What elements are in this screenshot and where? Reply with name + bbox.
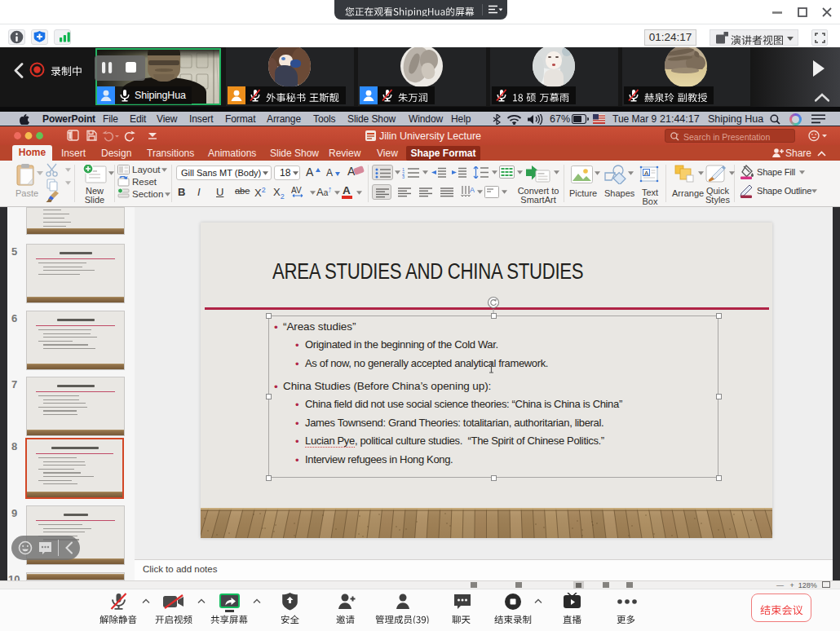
svg-text:A: A — [470, 186, 475, 194]
svg-text:AV: AV — [291, 186, 302, 195]
svg-text:A: A — [644, 170, 649, 177]
svg-text:3: 3 — [402, 174, 405, 179]
